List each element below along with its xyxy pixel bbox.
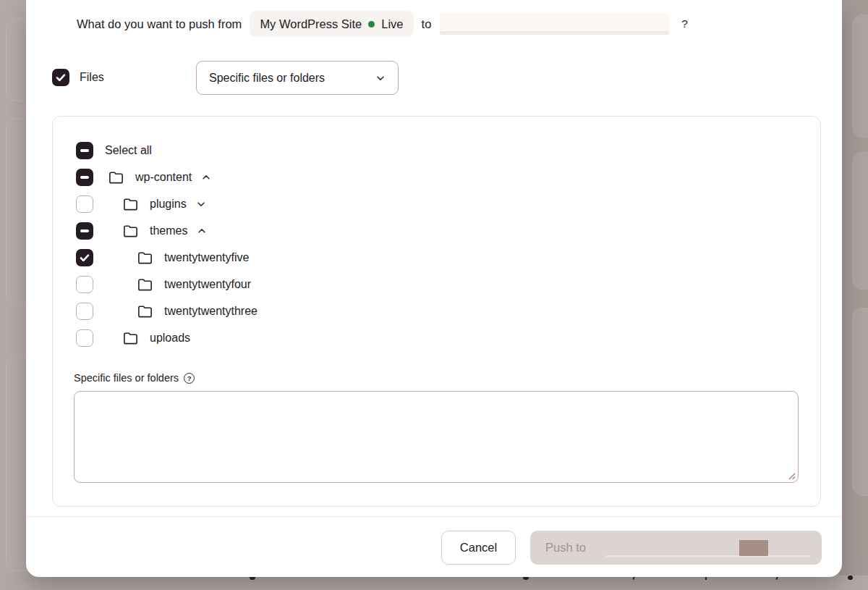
tree-row: wp-content — [76, 164, 809, 190]
tree-item-label: plugins — [150, 198, 187, 211]
tree-checkbox[interactable] — [76, 142, 93, 159]
tree-checkbox[interactable] — [76, 169, 93, 186]
chevron-down-icon — [375, 73, 386, 83]
specific-files-textarea[interactable] — [74, 391, 799, 483]
live-status-dot-icon — [368, 21, 375, 28]
to-word: to — [422, 17, 432, 31]
folder-icon — [137, 304, 153, 319]
indeterminate-dash-icon — [80, 149, 89, 152]
tree-checkbox[interactable] — [76, 249, 93, 266]
files-checkbox[interactable] — [52, 69, 69, 86]
source-env-label: Live — [381, 17, 403, 31]
tree-checkbox[interactable] — [76, 303, 93, 320]
files-mode-value: Specific files or folders — [209, 72, 325, 85]
chevron-up-icon[interactable] — [197, 226, 207, 236]
push-target-redacted-block — [739, 540, 768, 556]
tree-item-label: wp-content — [135, 171, 192, 184]
tree-row: plugins — [76, 190, 809, 217]
indeterminate-dash-icon — [80, 176, 89, 179]
help-circle-icon[interactable]: ? — [184, 373, 195, 384]
tree-row: twentytwentyfour — [76, 271, 809, 298]
check-icon — [55, 72, 67, 83]
bg-card — [852, 152, 868, 290]
push-to-button[interactable]: Push to — [530, 531, 822, 565]
bg-card — [852, 308, 868, 496]
target-environment-redacted — [440, 13, 669, 35]
indeterminate-dash-icon — [80, 229, 89, 232]
chevron-down-icon[interactable] — [196, 199, 206, 209]
push-to-label: Push to — [545, 541, 586, 554]
tree-item-label: twentytwentythree — [164, 305, 258, 318]
bg-card — [852, 14, 868, 138]
specific-files-label: Specific files or folders — [74, 372, 179, 384]
tree-row: twentytwentythree — [76, 298, 809, 324]
push-target-redacted-line — [606, 555, 810, 557]
tree-item-label: themes — [150, 224, 187, 237]
check-icon — [79, 252, 90, 264]
tree-row: themes — [76, 217, 809, 244]
tree-checkbox[interactable] — [76, 195, 93, 213]
folder-icon — [137, 250, 153, 265]
files-mode-select[interactable]: Specific files or folders — [196, 61, 399, 95]
tree-item-label: twentytwentyfour — [164, 278, 251, 291]
push-dialog: What do you want to push from My WordPre… — [26, 0, 842, 577]
bg-glyph-fragment — [848, 576, 853, 580]
specific-files-label-row: Specific files or folders ? — [74, 372, 195, 384]
tree-item-label: Select all — [105, 144, 152, 157]
tree-row: Select all — [76, 137, 809, 164]
tree-checkbox[interactable] — [76, 222, 93, 240]
chevron-up-icon[interactable] — [201, 172, 211, 182]
folder-icon — [122, 331, 139, 345]
files-row: Files — [52, 69, 104, 86]
tree-checkbox[interactable] — [76, 329, 93, 347]
tree-item-label: twentytwentyfive — [164, 251, 249, 264]
tree-checkbox[interactable] — [76, 276, 93, 293]
tree-row: uploads — [76, 324, 809, 351]
dialog-prompt: What do you want to push from My WordPre… — [77, 11, 688, 37]
tree-item-label: uploads — [150, 332, 190, 345]
help-question-mark[interactable]: ? — [681, 17, 688, 30]
folder-icon — [122, 197, 139, 211]
cancel-button[interactable]: Cancel — [441, 531, 516, 565]
files-label: Files — [80, 71, 104, 84]
tree-row: twentytwentyfive — [76, 244, 809, 271]
source-site-name: My WordPress Site — [260, 17, 362, 31]
source-environment-badge: My WordPress Site Live — [250, 11, 413, 37]
folder-icon — [108, 170, 124, 185]
footer-divider — [26, 516, 842, 517]
folder-icon — [137, 277, 153, 292]
folder-icon — [122, 224, 139, 238]
background-page-bottom — [0, 576, 868, 590]
prompt-prefix: What do you want to push from — [77, 17, 242, 31]
